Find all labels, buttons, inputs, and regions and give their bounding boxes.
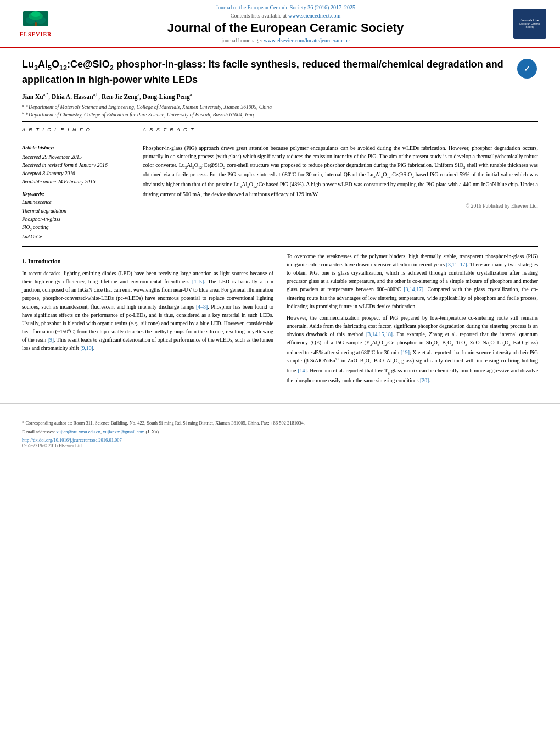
- body-section: 1. Introduction In recent decades, light…: [22, 252, 538, 388]
- keyword-luagce: LuAG:Ce: [22, 233, 132, 241]
- keyword-sio2-coating: SiO2 coating: [22, 224, 132, 233]
- received-revised-date: Received in revised form 6 January 2016: [22, 163, 108, 168]
- section1-heading: 1. Introduction: [22, 256, 273, 266]
- svg-point-7: [31, 11, 41, 17]
- issn-line: 0955-2219/© 2016 Elsevier Ltd.: [22, 443, 538, 448]
- body-col-left: 1. Introduction In recent decades, light…: [22, 252, 273, 388]
- homepage-link[interactable]: www.elsevier.com/locate/jeurceramsoc: [264, 37, 350, 43]
- received-date: Received 29 November 2015: [22, 154, 82, 160]
- ref-3-14-15-18[interactable]: [3,14,15,18]: [366, 331, 393, 337]
- journal-logo-box: Journal of the European Ceramic Society: [513, 9, 546, 39]
- ref-3-14-17[interactable]: [3,14,17]: [404, 286, 423, 292]
- author-dhia-hassan: Dhia A. Hassan: [52, 93, 93, 100]
- crossmark-icon: ✓: [517, 59, 537, 79]
- article-info-col: A R T I C L E I N F O Article history: R…: [22, 127, 132, 241]
- crossmark-logo[interactable]: ✓: [516, 58, 538, 80]
- homepage-line: journal homepage: www.elsevier.com/locat…: [71, 37, 500, 43]
- ref-14[interactable]: [14]: [298, 367, 306, 373]
- available-date: Available online 24 February 2016: [22, 179, 96, 185]
- author-dongliang-peng: Dong-Liang Peng: [143, 93, 190, 100]
- keywords-label: Keywords:: [22, 192, 132, 197]
- keywords-section: Keywords: Luminescence Thermal degradati…: [22, 192, 132, 241]
- article-footer: * Corresponding author at: Room 311, Sci…: [0, 403, 560, 452]
- article-info-label: A R T I C L E I N F O: [22, 127, 132, 132]
- ref-3-11-17[interactable]: [3,11–17]: [446, 261, 467, 267]
- abstract-divider-bottom: [22, 246, 538, 247]
- title-divider: [22, 121, 538, 122]
- ref-4-8[interactable]: [4–8]: [196, 304, 208, 310]
- authors-line: Jian Xua,*, Dhia A. Hassana,b, Ren-Jie Z…: [22, 92, 538, 100]
- article-title: Lu3Al5O12:Ce@SiO2 phosphor-in-glass: Its…: [22, 58, 508, 87]
- abstract-divider: [143, 138, 538, 138]
- ref-19[interactable]: [19]: [401, 349, 410, 355]
- svg-text:European Ceramic: European Ceramic: [519, 23, 540, 25]
- info-abstract-section: A R T I C L E I N F O Article history: R…: [22, 127, 538, 241]
- elsevier-wordmark: ELSEVIER: [20, 31, 52, 37]
- svg-rect-5: [35, 22, 37, 26]
- sciencedirect-link[interactable]: www.sciencedirect.com: [288, 13, 340, 19]
- author-renjie-zeng: Ren-Jie Zeng: [102, 93, 137, 100]
- article-info-divider: [22, 138, 132, 138]
- abstract-text: Phosphor-in-glass (PiG) approach draws g…: [143, 144, 538, 199]
- article-content: Lu3Al5O12:Ce@SiO2 phosphor-in-glass: Its…: [0, 48, 560, 398]
- ref-9-10[interactable]: [9,10]: [80, 345, 93, 351]
- body-col2-para2: However, the commercialization prospect …: [287, 314, 538, 384]
- affiliation-b: b ᵇ Department of Chemistry, College of …: [22, 111, 538, 118]
- svg-text:Journal of the: Journal of the: [520, 19, 539, 22]
- journal-logo-right: Journal of the European Ceramic Society: [511, 9, 549, 39]
- body-col-right: To overcome the weaknesses of the polyme…: [287, 252, 538, 388]
- journal-header: 🌿 ELSEVIER Journal of the European Ceram…: [0, 0, 560, 48]
- article-history: Article history: Received 29 November 20…: [22, 144, 132, 187]
- corresponding-note: * Corresponding author at: Room 311, Sci…: [22, 420, 538, 427]
- email-link-2[interactable]: xujianxm@gmail.com: [103, 429, 144, 434]
- body-col2-para1: To overcome the weaknesses of the polyme…: [287, 252, 538, 310]
- keyword-luminescence: Luminescence: [22, 198, 132, 207]
- page: 🌿 ELSEVIER Journal of the European Ceram…: [0, 0, 560, 742]
- contents-line: Contents lists available at www.scienced…: [71, 13, 500, 19]
- svg-text:Society: Society: [526, 26, 535, 29]
- elsevier-logo: 🌿 ELSEVIER: [11, 9, 60, 39]
- ref-1-5[interactable]: [1–5]: [192, 278, 204, 284]
- email-link-1[interactable]: xujian@stu.xmu.edu.cn: [56, 429, 100, 434]
- abstract-label: A B S T R A C T: [143, 127, 538, 132]
- doi-line[interactable]: http://dx.doi.org/10.1016/j.jeurceramsoc…: [22, 437, 538, 443]
- abstract-col: A B S T R A C T Phosphor-in-glass (PiG) …: [143, 127, 538, 241]
- body-col1-para1: In recent decades, lighting-emitting dio…: [22, 269, 273, 353]
- keyword-phosphor-in-glass: Phosphor-in-glass: [22, 215, 132, 224]
- author-jian-xu: Jian Xu: [22, 93, 43, 100]
- copyright-line: © 2016 Published by Elsevier Ltd.: [143, 203, 538, 209]
- elsevier-tree-icon: 🌿: [19, 11, 52, 30]
- accepted-date: Accepted 8 January 2016: [22, 171, 75, 176]
- affiliations: a ᵃ Department of Materials Science and …: [22, 103, 538, 118]
- journal-title: Journal of the European Ceramic Society: [71, 21, 500, 35]
- footer-divider: [22, 414, 538, 414]
- affiliation-a: a ᵃ Department of Materials Science and …: [22, 103, 538, 110]
- history-label: Article history:: [22, 144, 132, 152]
- article-title-section: Lu3Al5O12:Ce@SiO2 phosphor-in-glass: Its…: [22, 58, 538, 87]
- journal-citation: Journal of the European Ceramic Society …: [71, 4, 500, 10]
- keyword-thermal-degradation: Thermal degradation: [22, 207, 132, 215]
- ref-20[interactable]: [20]: [420, 377, 429, 383]
- header-center: Journal of the European Ceramic Society …: [60, 4, 511, 43]
- journal-logo-icon: Journal of the European Ceramic Society: [519, 16, 541, 32]
- ref-9[interactable]: [9]: [48, 337, 54, 343]
- email-line: E-mail addresses: xujian@stu.xmu.edu.cn,…: [22, 428, 538, 436]
